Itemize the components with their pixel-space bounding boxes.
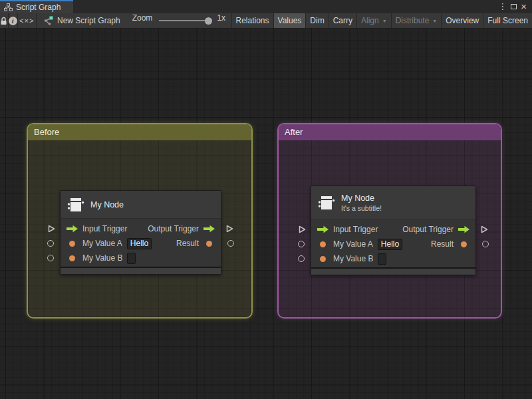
flow-arrow-icon[interactable] (203, 225, 215, 233)
distribute-button[interactable]: Distribute ▼ (392, 13, 442, 28)
align-button[interactable]: Align ▼ (357, 13, 392, 28)
relations-label: Relations (236, 16, 269, 25)
flow-arrow-icon[interactable] (458, 225, 470, 233)
code-toggle-button[interactable]: <×> (18, 13, 37, 28)
tab-script-graph[interactable]: Script Graph (0, 0, 73, 13)
node-before[interactable]: My Node Input Trigger Output Trigger (60, 190, 221, 275)
overview-label: Overview (446, 16, 479, 25)
zoom-slider-track[interactable] (159, 20, 209, 21)
flow-arrow-icon[interactable] (317, 225, 329, 233)
script-graph-asset-icon (43, 16, 53, 25)
input-trigger-label: Input Trigger (82, 224, 127, 233)
align-label: Align (361, 16, 379, 25)
node-title: My Node (90, 200, 124, 209)
zoom-slider[interactable] (159, 13, 212, 28)
value-input-outer-port[interactable] (47, 255, 54, 261)
port-row-trigger: Input Trigger Output Trigger (61, 221, 221, 236)
value-port-icon[interactable] (206, 241, 212, 247)
value-b-label: My Value B (82, 253, 122, 263)
relations-button[interactable]: Relations (232, 13, 274, 28)
value-a-input[interactable]: Hello (378, 239, 402, 250)
node-title: My Node (341, 194, 382, 203)
info-button[interactable]: i (9, 13, 18, 28)
full-screen-button[interactable]: Full Screen (483, 13, 532, 28)
dim-button[interactable]: Dim (306, 13, 329, 28)
group-before-title: Before (34, 127, 59, 137)
port-row-trigger: Input Trigger Output Trigger (311, 222, 475, 237)
result-label: Result (431, 239, 454, 249)
value-port-icon[interactable] (320, 256, 326, 262)
values-button[interactable]: Values (274, 13, 307, 28)
value-input-outer-port[interactable] (298, 241, 305, 247)
menu-icon[interactable]: ⋮ (498, 0, 507, 13)
zoom-value: 1x (217, 13, 225, 28)
node-footer (61, 268, 221, 274)
value-port-icon[interactable] (69, 255, 75, 261)
port-row-value-b: My Value B (311, 251, 475, 266)
flow-input-outer-port[interactable] (298, 225, 307, 234)
group-after-header[interactable]: After (279, 124, 501, 140)
value-output-outer-port[interactable] (227, 240, 234, 247)
value-port-icon[interactable] (69, 241, 75, 247)
code-icon: <×> (19, 17, 34, 25)
flow-output-outer-port[interactable] (225, 224, 234, 233)
node-after-header[interactable]: My Node It's a subtitle! (311, 186, 475, 219)
value-b-label: My Value B (333, 254, 373, 263)
value-a-input[interactable]: Hello (127, 238, 152, 249)
chevron-down-icon: ▼ (382, 19, 387, 23)
value-b-input[interactable] (378, 253, 386, 265)
group-after-title: After (285, 127, 303, 137)
values-label: Values (278, 16, 302, 25)
title-bar: Script Graph ⋮ × (0, 0, 532, 13)
flow-output-outer-port[interactable] (480, 225, 489, 234)
graph-canvas[interactable]: Before After My Node (0, 29, 532, 399)
group-before-header[interactable]: Before (28, 124, 251, 140)
value-input-outer-port[interactable] (47, 240, 54, 247)
new-script-graph-label: New Script Graph (57, 16, 120, 25)
lock-icon (0, 17, 7, 25)
toolbar: i <×> New Script Graph Zoom 1x Relations… (0, 13, 532, 29)
value-b-input[interactable] (127, 253, 136, 264)
output-trigger-label: Output Trigger (402, 225, 454, 234)
graph-icon (4, 3, 13, 11)
value-output-outer-port[interactable] (482, 241, 489, 247)
carry-label: Carry (333, 16, 352, 25)
node-subtitle: It's a subtitle! (341, 204, 382, 212)
port-row-value-a: My Value A Hello Result (311, 237, 475, 251)
unit-icon (67, 196, 84, 213)
tab-title: Script Graph (16, 3, 61, 12)
overview-button[interactable]: Overview (442, 13, 483, 28)
node-before-header[interactable]: My Node (61, 191, 221, 219)
maximize-icon[interactable] (511, 4, 517, 9)
flow-input-outer-port[interactable] (47, 224, 56, 233)
value-a-label: My Value A (333, 239, 373, 249)
result-label: Result (176, 239, 199, 248)
unit-icon (318, 194, 335, 211)
input-trigger-label: Input Trigger (333, 225, 378, 234)
chevron-down-icon: ▼ (432, 19, 437, 23)
value-a-label: My Value A (82, 239, 122, 248)
lock-button[interactable] (0, 13, 9, 28)
value-input-outer-port[interactable] (298, 255, 305, 262)
zoom-label: Zoom (132, 13, 153, 28)
full-screen-label: Full Screen (487, 16, 528, 25)
carry-button[interactable]: Carry (329, 13, 357, 28)
dim-label: Dim (310, 16, 324, 25)
flow-arrow-icon[interactable] (66, 225, 78, 233)
value-port-icon[interactable] (320, 241, 326, 247)
node-footer (311, 269, 475, 275)
info-icon: i (9, 17, 17, 25)
close-icon[interactable]: × (521, 0, 527, 13)
zoom-slider-handle[interactable] (205, 17, 212, 25)
output-trigger-label: Output Trigger (148, 224, 199, 233)
new-script-graph[interactable]: New Script Graph (43, 13, 120, 28)
port-row-value-a: My Value A Hello Result (61, 236, 221, 251)
distribute-label: Distribute (396, 16, 430, 25)
port-row-value-b: My Value B (61, 251, 221, 265)
node-after[interactable]: My Node It's a subtitle! Input Trigger O… (311, 186, 476, 275)
value-port-icon[interactable] (461, 241, 467, 247)
